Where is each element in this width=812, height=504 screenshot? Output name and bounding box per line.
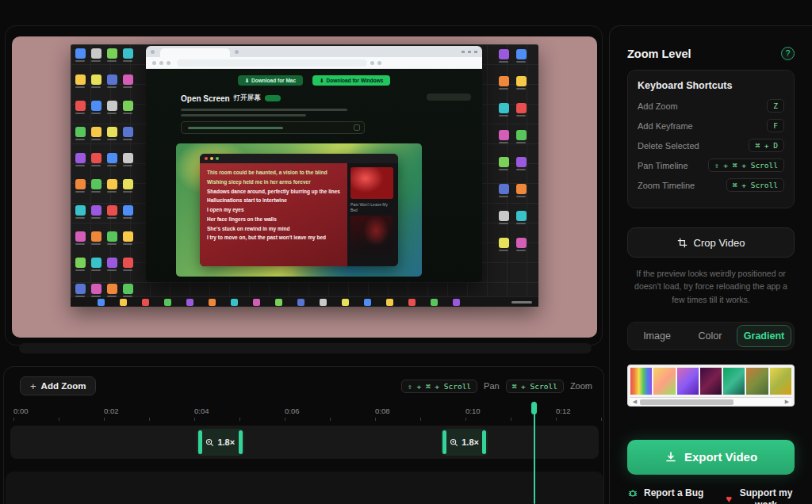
ruler-label: 0:12 xyxy=(556,407,571,415)
ruler-label: 0:08 xyxy=(375,407,390,415)
desktop-icon xyxy=(74,74,86,88)
app-icon-label xyxy=(75,60,85,62)
app-icon-label xyxy=(75,165,85,166)
playhead[interactable] xyxy=(534,402,535,504)
maximize-icon xyxy=(216,157,219,160)
desktop-icon xyxy=(121,153,134,166)
app-icon xyxy=(516,211,527,221)
scroll-left-icon[interactable]: ◀ xyxy=(630,398,639,407)
clip-handle-right[interactable] xyxy=(482,430,486,454)
desktop-icon xyxy=(121,101,134,114)
app-icon xyxy=(75,205,86,216)
screenshot-image: This room could be haunted, a vision to … xyxy=(176,143,422,277)
clip-handle-left[interactable] xyxy=(198,430,202,454)
zoom-clip[interactable]: 1.8× xyxy=(441,429,488,456)
magnifier-plus-icon xyxy=(450,438,458,447)
timeline-track-secondary[interactable] xyxy=(6,472,603,504)
app-icon xyxy=(499,76,509,86)
new-tab-icon xyxy=(235,50,239,54)
gradient-swatch-row xyxy=(630,368,791,395)
desktop-icon xyxy=(497,184,510,197)
app-icon xyxy=(75,101,86,111)
lyric-line: I try to move on, but the past won't lea… xyxy=(207,234,340,242)
gradient-swatch[interactable] xyxy=(677,368,699,395)
desktop-icon xyxy=(105,284,118,297)
extension-icon xyxy=(370,61,374,65)
zoom-track[interactable]: 1.8×1.8× xyxy=(10,426,599,459)
app-icon xyxy=(123,74,133,85)
scroll-right-icon[interactable]: ▶ xyxy=(783,398,791,407)
export-video-button[interactable]: Export Video xyxy=(627,440,795,475)
app-icon-label xyxy=(91,243,101,245)
shortcut-label: Pan Timeline xyxy=(638,161,688,170)
app-icon-label xyxy=(75,269,85,271)
crop-video-button[interactable]: Crop Video xyxy=(627,227,795,258)
taskbar-item xyxy=(386,299,393,306)
gradient-swatch[interactable] xyxy=(723,368,745,395)
app-icon xyxy=(123,258,133,268)
app-icon xyxy=(123,101,133,111)
video-preview-canvas[interactable]: ⬇ Download for Mac ⬇ Download for Window… xyxy=(12,36,597,338)
help-icon[interactable]: ? xyxy=(781,47,795,60)
add-zoom-button[interactable]: + Add Zoom xyxy=(20,376,96,395)
album-caption: Past Won't Leave My Bed xyxy=(350,202,395,212)
support-button[interactable]: ♥ Support my work xyxy=(726,487,795,504)
app-icon xyxy=(516,157,527,167)
gradient-swatch[interactable] xyxy=(700,368,722,395)
desktop-icon xyxy=(515,49,527,63)
app-icon-label xyxy=(75,113,85,114)
zoom-clip[interactable]: 1.8× xyxy=(197,429,244,456)
ruler-tick xyxy=(104,418,105,421)
report-bug-label: Report a Bug xyxy=(644,487,703,498)
app-icon-label xyxy=(107,243,117,245)
shortcut-key-badge: F xyxy=(767,119,784,132)
shortcut-key-badge: ⇧ + ⌘ + Scroll xyxy=(708,158,784,172)
app-icon xyxy=(75,153,86,163)
app-icon-label xyxy=(107,60,117,62)
download-mac-button: ⬇ Download for Mac xyxy=(238,75,303,86)
tab-color[interactable]: Color xyxy=(684,325,737,347)
clip-handle-left[interactable] xyxy=(442,430,446,454)
scrollbar-thumb[interactable] xyxy=(640,399,733,405)
desktop-icon xyxy=(121,258,134,271)
app-icon-label xyxy=(91,60,101,62)
app-icon-label xyxy=(123,113,132,114)
app-icon xyxy=(516,130,527,140)
desktop-icon xyxy=(74,101,86,114)
app-icon xyxy=(91,101,102,111)
zoom-clip-label: 1.8× xyxy=(205,437,235,447)
desktop-icon xyxy=(497,238,510,251)
app-icon xyxy=(107,179,117,189)
gradient-swatch[interactable] xyxy=(653,368,675,395)
gradient-swatch[interactable] xyxy=(770,368,791,395)
gradient-scrollbar[interactable]: ◀ ▶ xyxy=(630,397,791,406)
reload-icon xyxy=(167,61,170,65)
app-icon-label xyxy=(499,142,508,143)
app-icon xyxy=(499,211,509,221)
app-icon xyxy=(123,153,133,163)
clip-handle-right[interactable] xyxy=(239,430,243,454)
app-icon xyxy=(75,258,86,268)
taskbar-item xyxy=(431,299,438,306)
app-icon xyxy=(123,179,133,189)
app-icon xyxy=(91,74,102,85)
desktop-icon xyxy=(90,153,102,166)
timeline-ruler[interactable]: 0:000:020:040:060:080:100:12 xyxy=(4,403,603,422)
desktop-icon xyxy=(515,211,527,224)
gradient-swatch[interactable] xyxy=(746,368,768,395)
app-icon-label xyxy=(107,165,117,166)
ruler-tick xyxy=(420,418,421,421)
gradient-picker: ◀ ▶ xyxy=(627,365,795,407)
app-icon-label xyxy=(91,165,101,166)
desktop-icon xyxy=(90,48,102,62)
tab-gradient[interactable]: Gradient xyxy=(737,325,791,347)
app-icon xyxy=(516,238,527,248)
app-icon-label xyxy=(499,250,508,251)
app-icon-label xyxy=(91,86,101,88)
desktop-icon xyxy=(497,76,510,90)
report-bug-button[interactable]: Report a Bug xyxy=(627,487,703,498)
tab-image[interactable]: Image xyxy=(630,325,684,347)
app-icon xyxy=(91,153,102,163)
gradient-swatch[interactable] xyxy=(630,368,652,395)
app-icon-label xyxy=(107,217,117,219)
